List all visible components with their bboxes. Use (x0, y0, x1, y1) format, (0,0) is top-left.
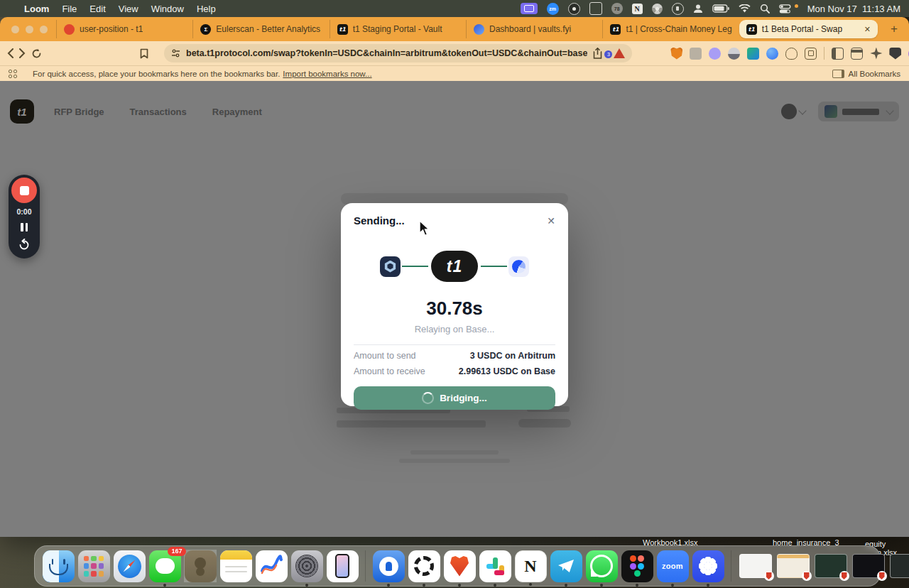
shield-badge: 3 (604, 50, 612, 58)
nav-transactions[interactable]: Transactions (130, 107, 187, 117)
dock-telegram-icon[interactable] (550, 550, 582, 582)
bookmarks-hint: For quick access, place your bookmarks h… (33, 70, 280, 78)
tab-title: Eulerscan - Better Analytics & Hi (216, 24, 322, 34)
loom-recording-widget[interactable]: 0:00 (9, 175, 40, 258)
metamask-extension-icon[interactable] (670, 48, 682, 60)
dock-freeform-icon[interactable] (256, 550, 288, 582)
network-selector[interactable] (781, 104, 805, 119)
back-button[interactable] (7, 45, 13, 61)
nav-rfp-bridge[interactable]: RFP Bridge (54, 107, 104, 117)
wifi-icon[interactable] (739, 3, 751, 14)
tab-close-icon[interactable]: ✕ (860, 25, 871, 34)
tab-beta-portal-active[interactable]: t1 t1 Beta Portal - Swap ✕ (739, 20, 878, 38)
url-text[interactable]: beta.t1protocol.com/swap?tokenIn=USDC&ch… (186, 48, 587, 58)
rabby-extension-icon[interactable] (709, 48, 721, 60)
window-manager-icon[interactable] (589, 2, 602, 15)
forward-button[interactable] (19, 45, 26, 61)
restart-recording-button[interactable] (18, 239, 31, 254)
screen-sharing-icon[interactable] (521, 3, 538, 14)
dock-contacts-icon[interactable] (185, 550, 217, 582)
tab-user-position[interactable]: user-position - t1 (56, 20, 192, 38)
minimized-window-thumbnail[interactable] (852, 554, 885, 578)
all-bookmarks-link[interactable]: All Bookmarks (849, 70, 901, 78)
tab-staging-portal[interactable]: t1 t1 Staging Portal - Vault (330, 20, 466, 38)
new-tab-button[interactable]: + (883, 22, 905, 36)
address-bar[interactable]: beta.t1protocol.com/swap?tokenIn=USDC&ch… (164, 44, 632, 62)
minimize-window-button[interactable] (26, 26, 33, 33)
tab-title: Dashboard | vaults.fyi (489, 24, 571, 34)
extension-icon[interactable] (728, 48, 740, 60)
brave-rewards-icon[interactable] (614, 48, 625, 58)
import-bookmarks-link[interactable]: Import bookmarks now... (283, 70, 371, 78)
wallet-chip[interactable] (818, 102, 899, 121)
bookmark-icon[interactable] (140, 45, 148, 61)
dock-launchpad-icon[interactable] (78, 550, 110, 582)
menu-window[interactable]: Window (151, 4, 184, 14)
vpn-shield-icon[interactable] (889, 48, 901, 60)
dock-messages-icon[interactable]: 167 (149, 550, 181, 582)
sidebar-toggle-icon[interactable] (832, 48, 844, 60)
nav-repayment[interactable]: Repayment (212, 107, 262, 117)
tab-eulerscan[interactable]: Σ Eulerscan - Better Analytics & Hi (192, 20, 329, 38)
bridging-button[interactable]: Bridging... (354, 386, 555, 410)
menu-edit[interactable]: Edit (89, 4, 105, 14)
user-icon[interactable] (693, 3, 703, 14)
minimized-window-thumbnail[interactable] (815, 554, 847, 578)
tab-favicon: t1 (746, 24, 757, 35)
dock-finder-icon[interactable] (43, 550, 75, 582)
dock-1password-icon[interactable] (373, 550, 405, 582)
battery-icon[interactable] (712, 3, 729, 14)
tab-cross-chain[interactable]: t1 t1 | Cross-Chain Money Legos (602, 20, 739, 38)
dock-system-settings-icon[interactable] (291, 550, 323, 582)
close-modal-icon[interactable]: ✕ (547, 216, 555, 226)
menu-app-name[interactable]: Loom (24, 4, 49, 14)
pause-recording-button[interactable] (21, 223, 28, 232)
dock-whatsapp-icon[interactable] (586, 550, 618, 582)
stop-recording-button[interactable] (11, 178, 37, 203)
dock-chatgpt-icon[interactable] (408, 550, 440, 582)
menubar-clock[interactable]: Mon Nov 17 11:13 AM (807, 4, 900, 14)
extension-icon[interactable] (747, 48, 759, 60)
t1-logo[interactable]: t1 (10, 99, 34, 124)
share-icon[interactable] (593, 48, 602, 59)
minimized-window-thumbnail[interactable] (890, 554, 909, 578)
spotlight-search-icon[interactable] (760, 3, 770, 14)
notion-menubar-icon[interactable]: N (632, 4, 643, 14)
menu-file[interactable]: File (62, 4, 77, 14)
window-controls[interactable] (4, 26, 56, 33)
extension-icon[interactable] (785, 48, 798, 60)
maximize-window-button[interactable] (40, 26, 48, 33)
minimized-window-thumbnail[interactable] (777, 554, 810, 578)
leo-ai-icon[interactable] (870, 48, 882, 60)
phantom-extension-icon[interactable] (766, 48, 778, 60)
control-center-icon[interactable] (779, 3, 791, 14)
dock-brave-icon[interactable] (444, 550, 476, 582)
record-icon[interactable] (568, 3, 580, 15)
screenshot-extension-icon[interactable] (805, 48, 817, 60)
tab-vaults-fyi[interactable]: Dashboard | vaults.fyi (466, 20, 602, 38)
count-badge-icon[interactable]: 78 (611, 3, 623, 14)
menu-view[interactable]: View (119, 4, 138, 14)
reload-button[interactable] (31, 45, 42, 61)
dock-iphone-mirroring-icon[interactable] (327, 550, 359, 582)
extension-icon[interactable] (690, 48, 702, 60)
dock-notes-icon[interactable] (220, 550, 252, 582)
dock-figma-icon[interactable] (621, 550, 653, 582)
dimmed-row (337, 420, 486, 428)
zoom-menubar-icon[interactable]: zm (547, 3, 559, 15)
dock-zoom-icon[interactable]: zoom (657, 550, 689, 582)
minimized-window-thumbnail[interactable] (739, 554, 772, 578)
site-settings-icon[interactable] (171, 49, 180, 58)
dock-safari-icon[interactable] (114, 550, 146, 582)
dock-loom-icon[interactable] (692, 550, 724, 582)
wallet-icon[interactable] (851, 48, 863, 60)
close-window-button[interactable] (11, 26, 19, 33)
bookmarks-bar: For quick access, place your bookmarks h… (0, 65, 909, 82)
settings-flower-icon[interactable] (652, 4, 663, 14)
lock-clock-icon[interactable] (672, 3, 684, 15)
menu-help[interactable]: Help (197, 4, 216, 14)
all-bookmarks-icon (832, 70, 844, 78)
apps-grid-icon[interactable] (9, 70, 17, 78)
dock-slack-icon[interactable] (479, 550, 511, 582)
dock-notion-icon[interactable]: N (515, 550, 547, 582)
